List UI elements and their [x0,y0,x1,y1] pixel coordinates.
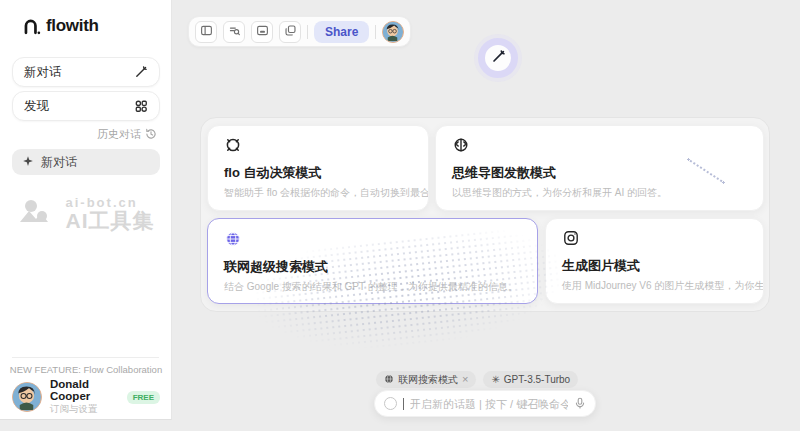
discover-label: 发现 [24,98,49,115]
toolbar-divider [375,25,376,39]
history-chats-link[interactable]: 历史对话 [97,127,157,142]
list-search-icon [228,23,241,41]
magic-wand-icon [491,49,506,68]
sidebar-item-new-chat[interactable]: 新对话 [12,149,160,175]
brain-icon [452,136,747,158]
watermark-logo-icon [18,198,58,230]
rename-node-button[interactable] [223,21,245,43]
copy-button[interactable] [279,21,301,43]
node-circle-icon [384,397,397,410]
crosshair-icon [224,136,412,158]
share-button[interactable]: Share [314,21,369,43]
user-account-row[interactable]: Donald Cooper 订阅与设置 FREE [12,381,160,413]
feature-note: NEW FEATURE: Flow Collaboration [0,364,172,375]
card-title: 联网超级搜索模式 [224,258,521,276]
toolbar-avatar[interactable] [382,21,404,43]
text-caret [403,398,404,410]
card-desc: 智能助手 flo 会根据你的命令，自动切换到最合适的 AI 模型。 [224,186,412,200]
new-chat-label: 新对话 [24,64,62,81]
globe-mini-icon [384,374,394,386]
watermark-line2: AI工具集 [66,210,155,232]
sidebar: flowith 新对话 发现 历史对话 [0,0,172,420]
globe-icon [224,230,521,252]
discover-grid-icon [134,99,148,113]
user-name: Donald Cooper [50,378,119,402]
frame-icon [256,23,269,41]
card-title: 思维导图发散模式 [452,164,747,182]
card-desc: 以思维导图的方式，为你分析和展开 AI 的回答。 [452,186,747,200]
toolbar-divider [307,25,308,39]
toggle-sidebar-button[interactable] [195,21,217,43]
user-avatar [12,382,42,412]
card-web-search-mode[interactable]: 联网超级搜索模式 结合 Google 搜索的结果和 GPT 的整理，为你提供最精… [207,218,538,304]
canvas-toolbar: Share [188,16,411,47]
composer-input-bar[interactable] [374,390,596,417]
sidebar-divider [12,357,159,358]
card-desc: 结合 Google 搜索的结果和 GPT 的整理，为你提供最精准的信息。 [224,280,521,294]
plan-badge: FREE [127,391,160,404]
flowith-logo-icon [22,17,41,36]
new-chat-button[interactable]: 新对话 [12,57,160,87]
card-title: 生成图片模式 [562,257,747,275]
mode-cards-panel: flo 自动决策模式 智能助手 flo 会根据你的命令，自动切换到最合适的 AI… [200,117,770,312]
magic-wand-icon [134,65,148,79]
history-label: 历史对话 [97,127,141,142]
panel-left-icon [200,23,213,41]
history-clock-icon [145,128,157,142]
new-node-circle[interactable] [478,38,518,78]
microphone-icon[interactable] [574,395,586,413]
tag-label: 联网搜索模式 [398,373,458,387]
star-icon [22,153,34,171]
app-logo-text: flowith [46,16,99,36]
watermark-line1: ai-bot.cn [66,196,155,210]
composer-tags: 联网搜索模式 × ✳ GPT-3.5-Turbo [376,371,578,388]
discover-button[interactable]: 发现 [12,91,160,121]
watermark: ai-bot.cn AI工具集 [0,196,172,232]
card-image-generation-mode[interactable]: 生成图片模式 使用 MidJourney V6 的图片生成模型，为你生成图片。 [545,218,764,304]
card-title: flo 自动决策模式 [224,164,412,182]
remove-tag-icon[interactable]: × [462,374,468,385]
copy-icon [284,23,297,41]
app-logo[interactable]: flowith [22,16,99,36]
user-subtitle: 订阅与设置 [50,403,119,416]
card-desc: 使用 MidJourney V6 的图片生成模型，为你生成图片。 [562,279,747,293]
tag-web-search-mode[interactable]: 联网搜索模式 × [376,371,476,388]
tag-model-gpt35[interactable]: ✳ GPT-3.5-Turbo [483,371,578,388]
chat-item-label: 新对话 [41,154,77,171]
preview-button[interactable] [251,21,273,43]
openai-icon: ✳ [491,374,499,385]
topic-input[interactable] [410,398,568,410]
card-mindmap-mode[interactable]: 思维导图发散模式 以思维导图的方式，为你分析和展开 AI 的回答。 [435,125,764,211]
tag-label: GPT-3.5-Turbo [504,374,570,385]
camera-icon [562,229,747,251]
card-flo-auto-mode[interactable]: flo 自动决策模式 智能助手 flo 会根据你的命令，自动切换到最合适的 AI… [207,125,429,211]
